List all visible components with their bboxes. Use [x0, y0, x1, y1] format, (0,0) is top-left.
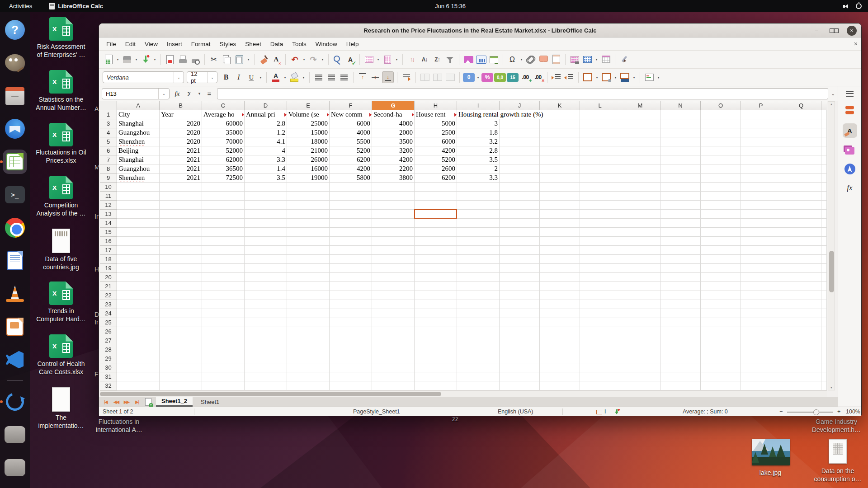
cell-F18[interactable] — [330, 255, 372, 264]
cell-I24[interactable] — [457, 309, 500, 318]
cell-L30[interactable] — [580, 363, 620, 372]
cell-M19[interactable] — [620, 264, 660, 273]
cell-A13[interactable] — [117, 210, 160, 219]
cell-I30[interactable] — [457, 363, 500, 372]
cell-N12[interactable] — [660, 201, 701, 210]
row-header-24[interactable]: 24 — [100, 309, 117, 318]
libreoffice-writer-dock-item[interactable] — [3, 249, 27, 273]
cell-Q31[interactable] — [781, 372, 821, 381]
column-header-E[interactable]: E — [287, 101, 330, 110]
cell-C29[interactable] — [202, 354, 245, 363]
column-header-A[interactable]: A — [117, 101, 160, 110]
cell-O30[interactable] — [701, 363, 741, 372]
cell-H6[interactable]: 4200 — [415, 146, 457, 155]
gimp-dock-item[interactable] — [3, 51, 27, 75]
cell-P29[interactable] — [741, 354, 781, 363]
cell-K24[interactable] — [540, 309, 580, 318]
cell-A19[interactable] — [117, 264, 160, 273]
cell-B27[interactable] — [160, 336, 202, 345]
row-header-4[interactable]: 4 — [100, 128, 117, 137]
cell-F22[interactable] — [330, 291, 372, 300]
find-replace-icon[interactable] — [332, 54, 344, 66]
cell-N1[interactable] — [660, 110, 701, 119]
cell-M11[interactable] — [620, 192, 660, 201]
new-spreadsheet-dropdown-icon[interactable]: ▾ — [115, 54, 120, 66]
cell-F31[interactable] — [330, 372, 372, 381]
cell-H24[interactable] — [415, 309, 457, 318]
row-header-8[interactable]: 8 — [100, 164, 117, 174]
cell-J20[interactable] — [500, 273, 540, 282]
cell-L28[interactable] — [580, 345, 620, 354]
cell-H19[interactable] — [415, 264, 457, 273]
undo-dropdown-icon[interactable]: ▾ — [302, 54, 307, 66]
spelling-icon[interactable]: A — [344, 54, 356, 66]
underline-dropdown-icon[interactable]: ▾ — [258, 71, 263, 83]
cell-Q16[interactable] — [781, 237, 821, 246]
cell-M21[interactable] — [620, 282, 660, 291]
cell-L11[interactable] — [580, 192, 620, 201]
cell-N16[interactable] — [660, 237, 701, 246]
libreoffice-impress-dock-item[interactable] — [3, 314, 27, 339]
cell-G20[interactable] — [372, 273, 415, 282]
cell-P11[interactable] — [741, 192, 781, 201]
cell-I9[interactable]: 3.3 — [457, 174, 500, 183]
cell-K29[interactable] — [540, 354, 580, 363]
cell-O16[interactable] — [701, 237, 741, 246]
cell-J27[interactable] — [500, 336, 540, 345]
cell-L29[interactable] — [580, 354, 620, 363]
column-header-L[interactable]: L — [580, 101, 620, 110]
cell-N30[interactable] — [660, 363, 701, 372]
cell-M31[interactable] — [620, 372, 660, 381]
row-header-6[interactable]: 6 — [100, 146, 117, 155]
cell-B13[interactable] — [160, 210, 202, 219]
cell-K8[interactable] — [540, 164, 580, 174]
cell-O22[interactable] — [701, 291, 741, 300]
cell-J3[interactable] — [500, 119, 540, 128]
border-color-icon[interactable] — [619, 71, 631, 83]
cell-A32[interactable] — [117, 381, 160, 390]
cell-F27[interactable] — [330, 336, 372, 345]
align-left-icon[interactable] — [313, 71, 325, 83]
cell-A18[interactable] — [117, 255, 160, 264]
cell-C18[interactable] — [202, 255, 245, 264]
cell-C21[interactable] — [202, 282, 245, 291]
gallery-icon[interactable] — [845, 147, 854, 155]
close-button[interactable]: × — [847, 26, 857, 36]
row-header-15[interactable]: 15 — [100, 228, 117, 237]
cell-I17[interactable] — [457, 246, 500, 255]
row-header-11[interactable]: 11 — [100, 192, 117, 201]
cell-D15[interactable] — [245, 228, 287, 237]
insert-column-icon[interactable] — [382, 54, 393, 66]
zoom-out-icon[interactable]: − — [779, 408, 783, 415]
cell-C11[interactable] — [202, 192, 245, 201]
cell-H29[interactable] — [415, 354, 457, 363]
row-header-25[interactable]: 25 — [100, 318, 117, 327]
freeze-panes-icon[interactable] — [488, 54, 500, 66]
cell-C12[interactable] — [202, 201, 245, 210]
comment-icon[interactable] — [538, 54, 549, 66]
cell-L19[interactable] — [580, 264, 620, 273]
cell-Q32[interactable] — [781, 381, 821, 390]
insert-column-dropdown-icon[interactable]: ▾ — [394, 54, 399, 66]
cell-B7[interactable]: 2021 — [160, 155, 202, 164]
cell-K23[interactable] — [540, 300, 580, 309]
row-header-27[interactable]: 27 — [100, 336, 117, 345]
cell-O31[interactable] — [701, 372, 741, 381]
cell-E1[interactable]: Volume (se — [287, 110, 330, 119]
cell-B3[interactable]: 2020 — [160, 119, 202, 128]
cell-F19[interactable] — [330, 264, 372, 273]
document-modified-icon[interactable] — [614, 409, 620, 415]
cell-P31[interactable] — [741, 372, 781, 381]
clock[interactable]: Jun 6 15:36 — [435, 3, 466, 9]
cell-H9[interactable]: 6200 — [415, 174, 457, 183]
cell-K30[interactable] — [540, 363, 580, 372]
cell-Q4[interactable] — [781, 128, 821, 137]
desktop-icon-6[interactable]: Trends inComputer Hard… — [25, 282, 97, 323]
cell-N32[interactable] — [660, 381, 701, 390]
cell-N29[interactable] — [660, 354, 701, 363]
cell-I31[interactable] — [457, 372, 500, 381]
cell-F23[interactable] — [330, 300, 372, 309]
chrome-dock-item[interactable] — [3, 216, 27, 240]
cell-D5[interactable]: 4.1 — [245, 137, 287, 146]
cell-F7[interactable]: 6200 — [330, 155, 372, 164]
